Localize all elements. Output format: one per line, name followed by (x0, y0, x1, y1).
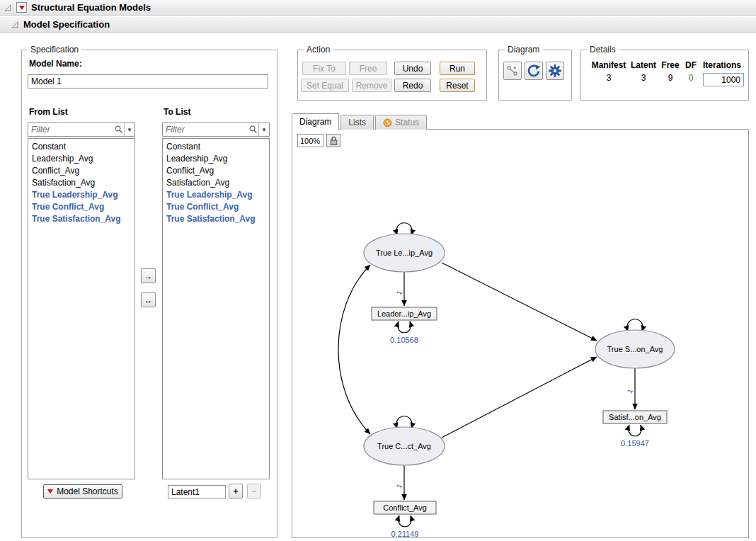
action-group: Action Fix To Free Undo Run Set Equal Re… (297, 50, 487, 101)
manifest-node-label: Satisf...on_Avg (609, 413, 661, 421)
iterations-input[interactable] (703, 73, 744, 86)
to-filter: ▾ (162, 123, 270, 137)
diagram-controls-group: Diagram (498, 50, 572, 101)
latent-node-label: True S...on_Avg (607, 345, 663, 353)
free-label: Free (658, 60, 683, 70)
covariance-arrow[interactable] (338, 265, 370, 434)
tab-status-label: Status (395, 118, 419, 127)
list-item[interactable]: Satisfaction_Avg (28, 177, 134, 189)
manifest-node-satisfaction[interactable]: Satisf...on_Avg (603, 411, 667, 423)
add-latent-button[interactable]: + (229, 484, 243, 499)
list-item[interactable]: Constant (28, 141, 134, 153)
list-item[interactable]: True Leadership_Avg (163, 189, 269, 201)
run-button[interactable]: Run (440, 62, 475, 75)
tab-bar: Diagram Lists Status (292, 113, 428, 130)
details-manifest: Manifest 3 (587, 60, 631, 83)
move-both-button[interactable]: ↔ (141, 292, 156, 307)
manifest-node-conflict[interactable]: Conflict_Avg (374, 501, 436, 514)
iterations-label: Iterations (700, 60, 744, 70)
model-shortcuts-label: Model Shortcuts (57, 486, 118, 496)
settings-button[interactable] (546, 62, 564, 80)
specification-legend: Specification (28, 45, 81, 55)
zoom-input[interactable] (297, 134, 323, 147)
tab-lists-label: Lists (348, 118, 366, 127)
sem-diagram: 1 1 1 True Le...ip_Avg True C...ct_Avg T… (292, 130, 750, 539)
list-item[interactable]: Satisfaction_Avg (163, 177, 269, 189)
regression-arrow-leadership[interactable] (442, 263, 597, 341)
manifest-node-leadership[interactable]: Leader...ip_Avg (372, 307, 437, 320)
list-item[interactable]: True Conflict_Avg (28, 201, 134, 213)
variance-value[interactable]: 0.21149 (391, 530, 419, 538)
action-legend: Action (304, 45, 333, 55)
residual-loop-satisfaction[interactable] (629, 425, 641, 436)
regression-arrow-conflict[interactable] (442, 357, 597, 438)
tab-status[interactable]: Status (375, 115, 427, 130)
edge-label: 1 (395, 482, 404, 489)
latent-node-label: True C...ct_Avg (377, 442, 431, 450)
latent-node-true-conflict[interactable]: True C...ct_Avg (364, 427, 445, 465)
details-latent: Latent 3 (628, 60, 659, 83)
set-equal-button[interactable]: Set Equal (301, 79, 349, 92)
section-title-bar: Model Specification (0, 17, 756, 33)
to-list[interactable]: Constant Leadership_Avg Conflict_Avg Sat… (162, 138, 270, 479)
manifest-node-label: Conflict_Avg (383, 503, 427, 512)
df-label: DF (682, 60, 700, 70)
refresh-button[interactable] (525, 62, 543, 80)
list-item[interactable]: True Satisfaction_Avg (28, 213, 134, 225)
list-item[interactable]: True Leadership_Avg (28, 189, 134, 201)
manifest-value: 3 (587, 73, 631, 83)
latent-label: Latent (628, 60, 659, 70)
df-value: 0 (682, 73, 700, 83)
search-icon (248, 125, 258, 135)
list-item[interactable]: Conflict_Avg (28, 165, 134, 177)
diagram-panel: 1 1 1 True Le...ip_Avg True C...ct_Avg T… (292, 129, 749, 538)
details-df: DF 0 (682, 60, 700, 83)
red-triangle-menu-button[interactable] (16, 2, 27, 13)
from-list[interactable]: Constant Leadership_Avg Conflict_Avg Sat… (28, 138, 135, 479)
latent-node-true-satisfaction[interactable]: True S...on_Avg (595, 330, 675, 368)
reset-button[interactable]: Reset (440, 79, 475, 92)
lock-button[interactable] (326, 134, 340, 147)
disclosure-icon[interactable] (3, 3, 12, 12)
remove-button[interactable]: Remove (352, 79, 391, 92)
fix-to-button[interactable]: Fix To (302, 62, 346, 75)
residual-loop-conflict[interactable] (399, 516, 411, 527)
list-item[interactable]: Constant (163, 141, 269, 153)
free-button[interactable]: Free (349, 62, 387, 75)
red-triangle-icon (47, 489, 53, 494)
tab-diagram-label: Diagram (299, 117, 331, 127)
to-list-label: To List (164, 107, 190, 117)
from-list-label: From List (29, 107, 68, 117)
model-shortcuts-button[interactable]: Model Shortcuts (43, 484, 122, 499)
remove-latent-button[interactable]: − (247, 484, 261, 499)
to-filter-dropdown[interactable]: ▾ (258, 123, 269, 136)
tab-lists[interactable]: Lists (340, 115, 374, 130)
tab-diagram[interactable]: Diagram (292, 113, 339, 130)
latent-name-input[interactable] (168, 485, 226, 499)
model-name-label: Model Name: (29, 59, 82, 69)
report-title-bar: Structural Equation Models (0, 0, 756, 16)
residual-loop-leadership[interactable] (398, 321, 411, 333)
list-item[interactable]: Conflict_Avg (163, 165, 269, 177)
report-title: Structural Equation Models (31, 2, 151, 13)
layout-button[interactable] (503, 62, 522, 80)
status-clock-icon (383, 118, 392, 127)
edge-label: 1 (626, 387, 635, 394)
from-filter-dropdown[interactable]: ▾ (124, 123, 134, 136)
disclosure-icon[interactable] (10, 20, 19, 29)
details-legend: Details (587, 45, 619, 55)
latent-node-true-leadership[interactable]: True Le...ip_Avg (364, 234, 445, 272)
move-right-button[interactable]: → (141, 268, 156, 283)
list-item[interactable]: True Conflict_Avg (163, 201, 269, 213)
gear-icon (548, 64, 562, 78)
list-item[interactable]: True Satisfaction_Avg (163, 213, 269, 225)
list-item[interactable]: Leadership_Avg (28, 153, 134, 165)
variance-value[interactable]: 0.10568 (390, 336, 418, 344)
details-free: Free 9 (658, 60, 683, 83)
list-item[interactable]: Leadership_Avg (163, 153, 269, 165)
variance-value[interactable]: 0.15947 (621, 439, 649, 448)
model-name-input[interactable] (28, 74, 268, 89)
undo-button[interactable]: Undo (394, 62, 431, 75)
redo-button[interactable]: Redo (394, 79, 431, 92)
section-title: Model Specification (23, 19, 110, 30)
